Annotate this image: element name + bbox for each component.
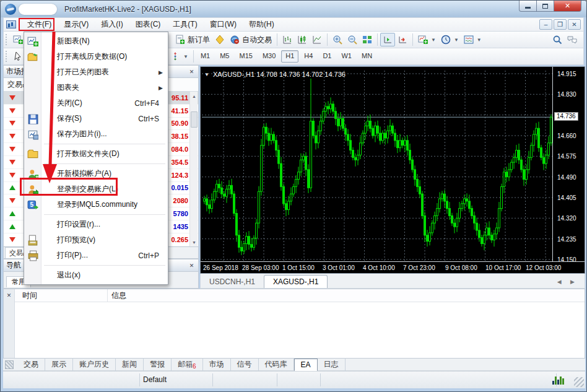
chart-window[interactable]: ▼ XAGUSD-,H1 14.708 14.736 14.702 14.736… xyxy=(200,66,585,274)
market-watch-scrollbar[interactable]: ▲▼ xyxy=(189,92,198,246)
close-button[interactable]: ✕ xyxy=(554,1,581,12)
terminal-tab-交易[interactable]: 交易 xyxy=(17,358,45,371)
file-menu-item[interactable]: 打印设置(r)... xyxy=(24,217,168,232)
file-menu-item[interactable]: 打印预览(v) xyxy=(24,232,168,248)
new-order-button[interactable]: 新订单 xyxy=(173,33,212,46)
maximize-button[interactable] xyxy=(537,1,554,12)
time-axis[interactable]: 26 Sep 201828 Sep 03:001 Oct 15:003 Oct … xyxy=(201,261,585,273)
bar-chart-mode-button[interactable] xyxy=(280,33,295,46)
file-menu-item[interactable]: 关闭(C)Ctrl+F4 xyxy=(24,95,168,111)
close-icon[interactable]: ✕ xyxy=(188,68,196,76)
column-time[interactable]: 时间 xyxy=(15,289,108,302)
chart-shift-button[interactable] xyxy=(380,33,395,46)
chart-caret-icon[interactable]: ▼ xyxy=(204,72,209,77)
candlestick-chart[interactable] xyxy=(202,71,552,261)
scroll-thumb[interactable] xyxy=(191,111,198,128)
terminal-tab-日志[interactable]: 日志 xyxy=(318,358,346,371)
scroll-up-icon[interactable]: ▲ xyxy=(191,92,198,100)
metaeditor-button[interactable] xyxy=(212,33,227,46)
timeframe-h1[interactable]: H1 xyxy=(281,50,298,63)
menu-view[interactable]: 显示(V) xyxy=(58,17,95,32)
file-menu-item[interactable]: 新图表(N) xyxy=(24,33,168,49)
menu-charts[interactable]: 图表(C) xyxy=(129,17,167,32)
terminal-tab-邮箱[interactable]: 邮箱6 xyxy=(172,358,203,371)
close-icon[interactable]: ✕ xyxy=(5,291,13,299)
tile-windows-button[interactable] xyxy=(360,33,375,46)
indicators-button[interactable]: ▼ xyxy=(415,33,438,46)
timeframe-mn[interactable]: MN xyxy=(357,50,376,63)
resize-grip[interactable] xyxy=(574,377,584,387)
chart-ohlc-header: ▼ XAGUSD-,H1 14.708 14.736 14.702 14.736 xyxy=(204,71,346,78)
file-menu-item[interactable]: 打开已关闭图表▶ xyxy=(24,64,168,80)
menu-separator xyxy=(24,263,168,268)
chart-tab-xagusdh1[interactable]: XAGUSD-,H1 xyxy=(264,275,328,288)
close-icon[interactable]: ✕ xyxy=(188,261,196,269)
arrows-tool-button[interactable]: ▼ xyxy=(168,50,191,63)
child-minimize-button[interactable]: – xyxy=(539,19,552,30)
chat-button[interactable] xyxy=(565,33,580,46)
zoom-in-button[interactable] xyxy=(330,33,345,46)
toolbar-grip[interactable] xyxy=(6,51,9,62)
down-arrow-icon xyxy=(9,108,15,113)
auto-scroll-button[interactable] xyxy=(395,33,410,46)
time-tick: 1 Oct 15:00 xyxy=(282,264,315,271)
chart-tab-usdcnhh1[interactable]: USDCNH-,H1 xyxy=(201,276,264,288)
status-bar: Default xyxy=(3,371,585,388)
chart-tab-scroll-arrows[interactable]: ◀ ▶ xyxy=(557,279,578,285)
line-chart-mode-button[interactable] xyxy=(310,33,324,46)
terminal-tab-市场[interactable]: 市场 xyxy=(203,358,231,371)
terminal-tab-展示[interactable]: 展示 xyxy=(45,358,73,371)
file-menu-item[interactable]: 5登录到MQL5.community xyxy=(24,197,168,212)
column-message[interactable]: 信息 xyxy=(108,290,126,301)
title-bar[interactable]: ProfitMarketHK-Live2 - [XAGUSD-,H1] ✕ xyxy=(1,1,586,17)
file-menu-item[interactable]: 打印(P)...Ctrl+P xyxy=(24,248,168,263)
file-menu-item[interactable]: 保存为图片(i)... xyxy=(24,126,168,142)
menu-window[interactable]: 窗口(W) xyxy=(204,17,243,32)
price-axis[interactable]: 14.91514.83014.74514.66014.57514.49014.4… xyxy=(552,67,585,261)
bid-price: 0.015 xyxy=(171,184,188,191)
terminal-tab-代码库[interactable]: 代码库 xyxy=(259,358,294,371)
time-tick: 7 Oct 23:00 xyxy=(403,264,435,271)
timeframe-d1[interactable]: D1 xyxy=(318,50,336,63)
minimize-button[interactable] xyxy=(519,1,537,12)
file-menu-item[interactable]: 图表夹▶ xyxy=(24,80,168,95)
file-menu-item[interactable]: 退出(x) xyxy=(24,268,168,283)
scroll-down-icon[interactable]: ▼ xyxy=(191,238,198,246)
candlestick-mode-button[interactable] xyxy=(295,33,310,46)
timeframe-w1[interactable]: W1 xyxy=(337,50,356,63)
file-menu-item[interactable]: 保存(S)Ctrl+S xyxy=(24,111,168,126)
menu-tools[interactable]: 工具(T) xyxy=(167,17,203,32)
menu-help[interactable]: 帮助(H) xyxy=(243,17,280,32)
bid-price: 1435 xyxy=(173,223,188,230)
child-close-button[interactable]: ✕ xyxy=(568,19,581,30)
terminal-tab-账户历史[interactable]: 账户历史 xyxy=(73,358,116,371)
terminal-panel: ✕ 时间 信息 xyxy=(3,289,585,359)
zoom-out-button[interactable] xyxy=(345,33,360,46)
menu-insert[interactable]: 插入(I) xyxy=(95,17,129,32)
file-menu-item[interactable]: 打开离线历史数据(O) xyxy=(24,49,168,64)
autotrading-button[interactable]: 自动交易 xyxy=(227,33,274,46)
timeframe-m1[interactable]: M1 xyxy=(196,50,214,63)
chat-icon xyxy=(567,35,577,45)
templates-button[interactable]: ▼ xyxy=(461,33,484,46)
file-menu-item[interactable]: 打开数据文件夹(D) xyxy=(24,146,168,162)
time-tick: 4 Oct 10:00 xyxy=(363,264,395,271)
tab-bar-grip-icon[interactable] xyxy=(5,360,14,369)
autoscroll-icon xyxy=(398,35,407,45)
terminal-tab-EA[interactable]: EA xyxy=(294,359,318,372)
terminal-tab-警报[interactable]: 警报 xyxy=(144,358,172,371)
child-restore-button[interactable]: ❐ xyxy=(554,19,567,30)
timeframe-m30[interactable]: M30 xyxy=(258,50,280,63)
bid-price: 95.11 xyxy=(172,94,188,102)
search-button[interactable] xyxy=(550,33,565,46)
periods-button[interactable]: ▼ xyxy=(438,33,461,46)
terminal-tab-信号[interactable]: 信号 xyxy=(231,358,259,371)
profile-name[interactable]: Default xyxy=(143,375,167,384)
toolbar-separator xyxy=(277,33,277,46)
timeframe-h4[interactable]: H4 xyxy=(300,50,317,63)
chart-window-icon[interactable] xyxy=(6,20,16,28)
toolbar-grip[interactable] xyxy=(6,34,9,45)
timeframe-m5[interactable]: M5 xyxy=(215,50,233,63)
timeframe-m15[interactable]: M15 xyxy=(235,50,256,63)
terminal-tab-新闻[interactable]: 新闻 xyxy=(116,358,144,371)
